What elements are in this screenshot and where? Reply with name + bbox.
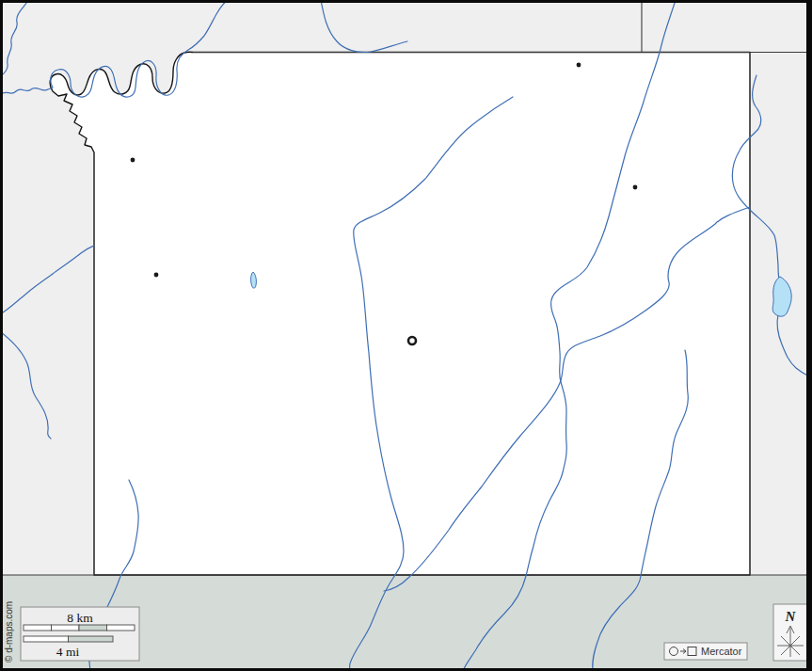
town-dot	[577, 63, 581, 68]
scale-mi-bar	[24, 636, 113, 642]
town-dot	[131, 158, 135, 163]
north-label: N	[785, 609, 797, 624]
map-canvas: 8 km 4 mi © d-maps.com N	[0, 0, 812, 671]
north-panel: N	[773, 604, 807, 661]
town-dot	[154, 273, 159, 278]
county-seat-marker	[408, 337, 416, 344]
pond	[251, 272, 257, 288]
projection-label: Mercator	[701, 646, 742, 657]
scale-km-bar	[24, 625, 135, 631]
scale-panel: 8 km 4 mi	[21, 607, 139, 661]
town-dot	[633, 185, 638, 190]
county-shape	[50, 52, 750, 575]
scale-km-label: 8 km	[67, 611, 93, 625]
copyright-text: © d-maps.com	[4, 601, 14, 663]
scale-mi-label: 4 mi	[56, 645, 80, 659]
projection-panel: Mercator	[664, 643, 747, 660]
